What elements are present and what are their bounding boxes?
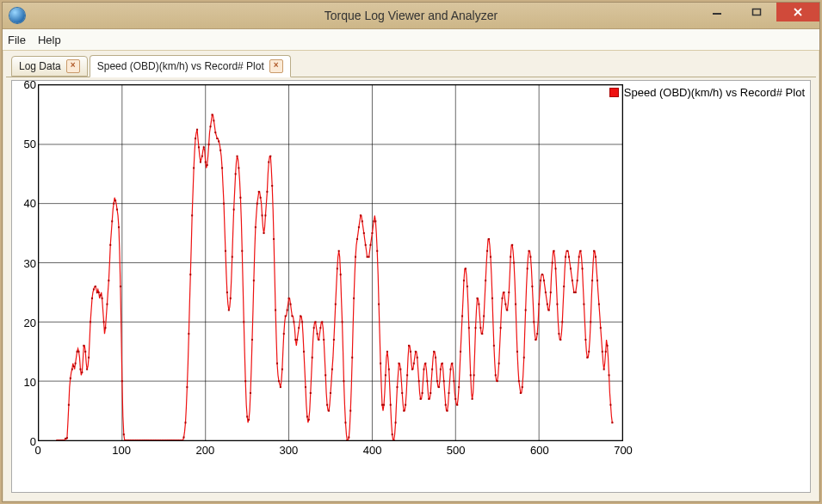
- svg-rect-24: [65, 438, 66, 439]
- svg-rect-228: [405, 404, 406, 406]
- svg-rect-337: [586, 357, 588, 359]
- svg-rect-174: [315, 321, 317, 323]
- x-tick-label: 300: [280, 444, 299, 457]
- y-tick-label: 10: [15, 375, 36, 388]
- svg-rect-346: [602, 351, 603, 353]
- svg-rect-176: [318, 339, 319, 341]
- svg-rect-285: [500, 327, 502, 329]
- svg-rect-201: [360, 214, 362, 216]
- svg-rect-111: [210, 126, 212, 127]
- svg-rect-137: [253, 280, 255, 281]
- svg-rect-145: [266, 191, 268, 193]
- svg-rect-197: [353, 298, 355, 299]
- legend-text: Speed (OBD)(km/h) vs Record# Plot: [624, 86, 805, 99]
- svg-rect-104: [198, 146, 200, 148]
- legend: Speed (OBD)(km/h) vs Record# Plot: [609, 86, 805, 99]
- svg-rect-227: [403, 410, 405, 412]
- svg-rect-97: [186, 386, 188, 388]
- svg-rect-307: [536, 333, 538, 335]
- svg-rect-150: [275, 310, 276, 311]
- maximize-button[interactable]: [737, 3, 776, 22]
- svg-rect-317: [553, 250, 555, 252]
- svg-rect-224: [398, 363, 399, 365]
- svg-rect-80: [158, 439, 159, 440]
- svg-rect-106: [201, 156, 203, 157]
- svg-rect-66: [134, 439, 136, 440]
- svg-rect-193: [346, 439, 348, 440]
- svg-rect-275: [483, 316, 485, 317]
- svg-rect-23: [63, 439, 65, 440]
- svg-rect-132: [244, 380, 246, 382]
- svg-rect-319: [556, 304, 558, 305]
- tab-plot[interactable]: Speed (OBD)(km/h) vs Record# Plot ×: [90, 55, 291, 77]
- svg-rect-200: [358, 226, 360, 228]
- svg-rect-163: [296, 339, 298, 341]
- svg-rect-344: [598, 304, 600, 305]
- svg-rect-168: [305, 386, 306, 388]
- svg-rect-122: [228, 310, 230, 311]
- svg-rect-144: [264, 214, 266, 216]
- minimize-icon: [712, 7, 722, 17]
- svg-rect-204: [365, 244, 367, 246]
- svg-rect-286: [502, 298, 504, 299]
- svg-rect-253: [447, 410, 448, 412]
- svg-rect-115: [216, 138, 218, 139]
- tab-log-data[interactable]: Log Data ×: [11, 56, 88, 77]
- svg-rect-101: [193, 167, 195, 169]
- svg-rect-340: [591, 280, 593, 281]
- svg-rect-182: [328, 410, 330, 412]
- svg-rect-235: [417, 357, 418, 359]
- svg-rect-67: [136, 439, 138, 440]
- svg-rect-263: [463, 280, 465, 281]
- plot-area: [38, 84, 623, 441]
- svg-rect-298: [522, 386, 523, 388]
- svg-rect-288: [504, 304, 506, 305]
- svg-rect-232: [411, 368, 413, 370]
- svg-rect-102: [195, 138, 196, 139]
- tab-close-icon[interactable]: ×: [269, 59, 283, 73]
- menu-help[interactable]: Help: [38, 34, 61, 46]
- svg-rect-63: [130, 439, 132, 440]
- svg-rect-264: [465, 267, 467, 269]
- tab-close-icon[interactable]: ×: [66, 59, 80, 73]
- svg-rect-324: [565, 256, 566, 258]
- svg-rect-70: [141, 439, 143, 440]
- svg-rect-333: [580, 250, 582, 252]
- close-button[interactable]: [776, 3, 819, 22]
- svg-rect-252: [445, 404, 447, 406]
- svg-rect-254: [448, 392, 449, 394]
- minimize-button[interactable]: [697, 3, 737, 22]
- svg-rect-81: [159, 439, 161, 440]
- svg-rect-118: [221, 167, 223, 169]
- svg-rect-31: [77, 351, 78, 353]
- svg-rect-331: [577, 280, 578, 281]
- svg-rect-130: [241, 250, 243, 252]
- svg-rect-112: [212, 114, 213, 115]
- svg-rect-126: [235, 173, 237, 175]
- svg-rect-76: [151, 439, 153, 440]
- svg-rect-35: [83, 345, 84, 347]
- svg-rect-226: [401, 392, 403, 394]
- svg-rect-191: [343, 380, 344, 382]
- svg-rect-151: [276, 363, 278, 365]
- svg-rect-212: [378, 304, 380, 305]
- svg-rect-54: [114, 200, 116, 201]
- svg-rect-21: [59, 439, 61, 440]
- svg-rect-213: [380, 363, 381, 365]
- svg-rect-178: [321, 321, 323, 323]
- menu-file[interactable]: File: [8, 34, 26, 46]
- svg-rect-279: [490, 256, 491, 258]
- svg-rect-19: [56, 439, 58, 440]
- svg-rect-37: [86, 368, 88, 370]
- svg-rect-88: [171, 439, 173, 440]
- y-tick-label: 60: [15, 78, 36, 91]
- svg-rect-36: [84, 351, 86, 353]
- svg-rect-53: [113, 203, 114, 205]
- svg-rect-211: [376, 250, 378, 252]
- svg-rect-164: [298, 327, 300, 329]
- svg-rect-57: [120, 286, 121, 287]
- svg-rect-26: [68, 404, 70, 406]
- svg-rect-51: [109, 244, 111, 246]
- svg-rect-205: [367, 256, 368, 258]
- svg-rect-210: [374, 220, 376, 222]
